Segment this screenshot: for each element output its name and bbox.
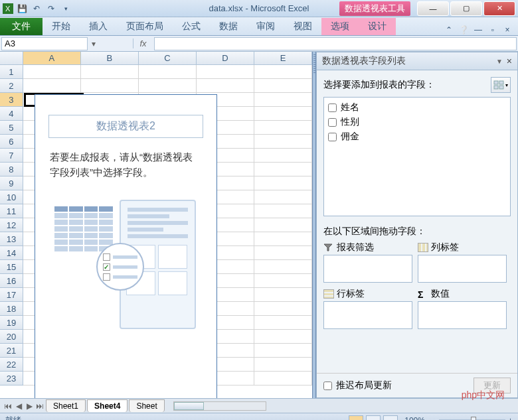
cell[interactable] [254, 330, 312, 344]
row-header[interactable]: 14 [0, 246, 23, 260]
row-header[interactable]: 1 [0, 65, 23, 79]
cell[interactable] [23, 65, 81, 79]
row-header[interactable]: 16 [0, 274, 23, 288]
page-layout-view-button[interactable] [366, 415, 381, 421]
field-checkbox[interactable] [328, 133, 337, 141]
row-header[interactable]: 6 [0, 135, 23, 149]
tab-design[interactable]: 设计 [359, 18, 396, 35]
cell[interactable] [254, 260, 312, 274]
workbook-minimize-icon[interactable]: — [473, 25, 483, 35]
workbook-close-icon[interactable]: × [502, 25, 513, 35]
save-icon[interactable]: 💾 [16, 3, 28, 15]
undo-icon[interactable]: ↶ [31, 3, 43, 15]
worksheet-grid[interactable]: A B C D E 123456789101112131415161718192… [0, 52, 312, 398]
cell[interactable] [254, 93, 312, 107]
cell[interactable] [254, 302, 312, 316]
col-header[interactable]: E [254, 52, 312, 64]
col-header[interactable]: A [23, 52, 81, 64]
tab-insert[interactable]: 插入 [80, 18, 117, 35]
workbook-restore-icon[interactable]: ▫ [487, 25, 498, 35]
row-header[interactable]: 20 [0, 330, 23, 344]
row-header[interactable]: 5 [0, 121, 23, 135]
sheet-tab[interactable]: Sheet4 [87, 399, 128, 412]
minimize-ribbon-icon[interactable]: ⌃ [444, 25, 454, 35]
pane-title-bar[interactable]: 数据透视表字段列表 ▼ × [317, 52, 517, 70]
row-header[interactable]: 23 [0, 372, 23, 385]
layout-options-button[interactable]: ▾ [491, 77, 511, 93]
cell[interactable] [197, 79, 254, 93]
cell[interactable] [139, 79, 197, 93]
sheet-tab[interactable]: Sheet1 [46, 399, 86, 412]
row-header[interactable]: 12 [0, 218, 23, 232]
cell[interactable] [139, 65, 197, 79]
col-header[interactable]: C [139, 52, 197, 64]
zoom-level[interactable]: 100% [404, 416, 425, 421]
sheet-nav-next-icon[interactable]: ▶ [24, 401, 35, 411]
col-header[interactable]: D [197, 52, 254, 64]
row-header[interactable]: 21 [0, 344, 23, 358]
tab-formulas[interactable]: 公式 [173, 18, 210, 35]
cell[interactable] [254, 190, 312, 204]
column-labels-area[interactable]: 列标签 [418, 242, 507, 283]
cell[interactable] [254, 246, 312, 260]
select-all-corner[interactable] [0, 52, 23, 64]
close-button[interactable]: ✕ [483, 1, 515, 16]
row-labels-area[interactable]: 行标签 [323, 288, 412, 329]
row-header[interactable]: 18 [0, 302, 23, 316]
cell[interactable] [254, 288, 312, 302]
col-header[interactable]: B [81, 52, 139, 64]
row-header[interactable]: 8 [0, 163, 23, 176]
fx-icon[interactable]: fx [133, 38, 153, 48]
formula-input[interactable] [154, 37, 517, 50]
tab-options[interactable]: 选项 [321, 18, 359, 35]
sheet-nav-first-icon[interactable]: ⏮ [3, 401, 13, 411]
row-header[interactable]: 19 [0, 316, 23, 330]
cell[interactable] [254, 107, 312, 121]
horizontal-scrollbar[interactable] [173, 401, 266, 411]
row-header[interactable]: 10 [0, 190, 23, 204]
cell[interactable] [81, 79, 139, 93]
sheet-nav-prev-icon[interactable]: ◀ [13, 401, 24, 411]
cell[interactable] [197, 65, 254, 79]
row-header[interactable]: 22 [0, 358, 23, 372]
pivot-table-placeholder[interactable]: 数据透视表2 若要生成报表，请从“数据透视表字段列表”中选择字段。 [35, 94, 217, 398]
page-break-view-button[interactable] [383, 415, 398, 421]
minimize-button[interactable]: — [417, 1, 449, 16]
cell[interactable] [254, 79, 312, 93]
cell[interactable] [254, 316, 312, 330]
row-header[interactable]: 9 [0, 176, 23, 190]
tab-page-layout[interactable]: 页面布局 [117, 18, 173, 35]
cell[interactable] [254, 149, 312, 163]
defer-checkbox[interactable] [323, 382, 332, 390]
tab-home[interactable]: 开始 [43, 18, 80, 35]
row-header[interactable]: 3 [0, 93, 23, 107]
qat-customize-icon[interactable]: ▾ [60, 3, 72, 15]
row-header[interactable]: 2 [0, 79, 23, 93]
normal-view-button[interactable] [349, 415, 363, 421]
row-header[interactable]: 7 [0, 149, 23, 163]
report-filter-area[interactable]: 报表筛选 [323, 242, 412, 283]
row-header[interactable]: 17 [0, 288, 23, 302]
pane-close-icon[interactable]: × [507, 56, 512, 66]
cell[interactable] [254, 176, 312, 190]
field-checkbox[interactable] [328, 104, 337, 112]
tab-data[interactable]: 数据 [210, 18, 247, 35]
sheet-tab[interactable]: Sheet [129, 399, 164, 412]
redo-icon[interactable]: ↷ [45, 3, 57, 15]
cell[interactable] [254, 232, 312, 246]
name-box-dropdown-icon[interactable]: ▾ [88, 39, 100, 48]
values-area[interactable]: Σ数值 [418, 288, 507, 329]
sheet-nav-last-icon[interactable]: ⏭ [35, 401, 45, 411]
cell[interactable] [254, 65, 312, 79]
row-header[interactable]: 4 [0, 107, 23, 121]
zoom-out-button[interactable]: − [432, 416, 436, 421]
row-header[interactable]: 15 [0, 260, 23, 274]
cell[interactable] [254, 372, 312, 385]
zoom-in-button[interactable]: + [508, 416, 513, 421]
field-list[interactable]: 姓名 性别 佣金 [323, 97, 511, 216]
field-checkbox[interactable] [328, 118, 337, 127]
file-tab[interactable]: 文件 [0, 18, 43, 35]
pane-splitter[interactable] [312, 52, 316, 398]
cell[interactable] [254, 274, 312, 288]
cell[interactable] [254, 121, 312, 135]
